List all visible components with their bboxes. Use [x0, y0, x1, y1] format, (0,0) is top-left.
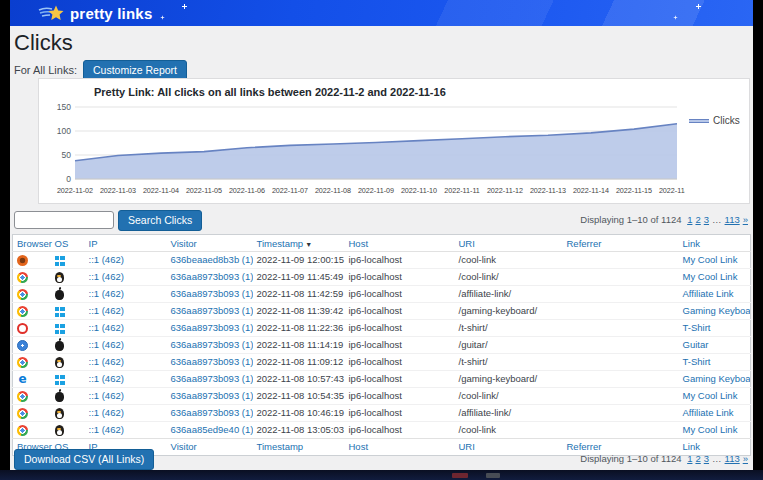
- page-link-1[interactable]: 1: [687, 453, 692, 464]
- page-link-3[interactable]: 3: [704, 214, 709, 225]
- pretty-link[interactable]: T-Shirt: [683, 356, 711, 367]
- ip-link[interactable]: ::1 (462): [89, 305, 124, 316]
- page-link-last[interactable]: 113: [725, 453, 740, 464]
- pretty-link[interactable]: My Cool Link: [683, 424, 738, 435]
- apple-icon: [55, 290, 64, 300]
- visitor-link[interactable]: 636aa85ed9e40 (1): [171, 424, 253, 435]
- column-header-link[interactable]: Link: [679, 235, 751, 252]
- chrome-icon: [17, 306, 28, 317]
- visitor-link[interactable]: 636aa8973b093 (1): [171, 322, 253, 333]
- column-header-timestamp[interactable]: Timestamp: [253, 438, 345, 455]
- table-row: ::1 (462)636aa8973b093 (1)2022-11-08 11:…: [13, 336, 751, 353]
- svg-text:2022-11-02: 2022-11-02: [57, 186, 93, 195]
- link-cell: Affiliate Link: [679, 285, 751, 302]
- linux-icon: [55, 425, 64, 436]
- browser-cell: [13, 404, 51, 421]
- page-link-2[interactable]: 2: [695, 214, 700, 225]
- page-next-link[interactable]: »: [743, 453, 748, 464]
- ip-cell: ::1 (462): [85, 285, 167, 302]
- link-cell: Guitar: [679, 336, 751, 353]
- host-cell: ip6-localhost: [345, 252, 455, 269]
- for-all-links-label: For All Links:: [14, 64, 77, 76]
- windows-icon: [55, 324, 65, 334]
- search-clicks-button[interactable]: Search Clicks: [118, 210, 202, 231]
- page-link-2[interactable]: 2: [695, 453, 700, 464]
- ip-link[interactable]: ::1 (462): [89, 322, 124, 333]
- ip-link[interactable]: ::1 (462): [89, 424, 124, 435]
- os-cell: [51, 353, 85, 370]
- os-cell: [51, 268, 85, 285]
- pretty-link[interactable]: My Cool Link: [683, 390, 738, 401]
- chrome-icon: [17, 289, 28, 300]
- visitor-cell: 636aa8973b093 (1): [167, 302, 253, 319]
- column-header-timestamp[interactable]: Timestamp▼: [253, 235, 345, 252]
- timestamp-cell: 2022-11-09 12:00:15: [253, 252, 345, 269]
- ip-link[interactable]: ::1 (462): [89, 373, 124, 384]
- visitor-link[interactable]: 636aa8973b093 (1): [171, 373, 253, 384]
- pagination-ellipsis: …: [712, 453, 722, 464]
- os-cell: [51, 336, 85, 353]
- page-link-3[interactable]: 3: [704, 453, 709, 464]
- column-header-visitor[interactable]: Visitor: [167, 235, 253, 252]
- ip-link[interactable]: ::1 (462): [89, 288, 124, 299]
- download-csv-button[interactable]: Download CSV (All Links): [14, 449, 154, 470]
- host-cell: ip6-localhost: [345, 285, 455, 302]
- column-header-ip[interactable]: IP: [85, 235, 167, 252]
- pretty-link[interactable]: Affiliate Link: [683, 288, 734, 299]
- visitor-link[interactable]: 636aa8973b093 (1): [171, 390, 253, 401]
- chrome-icon: [17, 357, 28, 368]
- pretty-link[interactable]: Gaming Keyboard: [683, 305, 751, 316]
- pretty-link[interactable]: Gaming Keyboard: [683, 373, 751, 384]
- page-next-link[interactable]: »: [743, 214, 748, 225]
- svg-text:2022-11-13: 2022-11-13: [530, 186, 566, 195]
- pretty-link[interactable]: T-Shirt: [683, 322, 711, 333]
- page-link-1[interactable]: 1: [687, 214, 692, 225]
- os-cell: [51, 387, 85, 404]
- column-header-visitor[interactable]: Visitor: [167, 438, 253, 455]
- page-link-last[interactable]: 113: [725, 214, 740, 225]
- visitor-link[interactable]: 636aa8973b093 (1): [171, 305, 253, 316]
- search-input[interactable]: [14, 211, 114, 229]
- column-header-uri[interactable]: URI: [455, 438, 563, 455]
- timestamp-cell: 2022-11-09 11:45:49: [253, 268, 345, 285]
- svg-text:2022-11-07: 2022-11-07: [272, 186, 308, 195]
- referrer-cell: [563, 353, 679, 370]
- column-header-host[interactable]: Host: [345, 235, 455, 252]
- column-header-referrer[interactable]: Referrer: [563, 235, 679, 252]
- visitor-link[interactable]: 636aa8973b093 (1): [171, 356, 253, 367]
- svg-text:2022-11-11: 2022-11-11: [444, 186, 480, 195]
- uri-cell: /cool-link/: [455, 268, 563, 285]
- table-row: ::1 (462)636aa8973b093 (1)2022-11-08 11:…: [13, 302, 751, 319]
- visitor-cell: 636aa8973b093 (1): [167, 387, 253, 404]
- opera-icon: [17, 323, 28, 334]
- visitor-link[interactable]: 636aa8973b093 (1): [171, 407, 253, 418]
- ip-link[interactable]: ::1 (462): [89, 407, 124, 418]
- ip-link[interactable]: ::1 (462): [89, 356, 124, 367]
- ip-link[interactable]: ::1 (462): [89, 271, 124, 282]
- referrer-cell: [563, 421, 679, 438]
- visitor-link[interactable]: 636aa8973b093 (1): [171, 271, 253, 282]
- ip-link[interactable]: ::1 (462): [89, 254, 124, 265]
- referrer-cell: [563, 285, 679, 302]
- pretty-link[interactable]: Affiliate Link: [683, 407, 734, 418]
- visitor-link[interactable]: 636aa8973b093 (1): [171, 288, 253, 299]
- pretty-link[interactable]: Guitar: [683, 339, 709, 350]
- visitor-link[interactable]: 636beaaed8b3b (1): [171, 254, 253, 265]
- ip-link[interactable]: ::1 (462): [89, 339, 124, 350]
- visitor-link[interactable]: 636aa8973b093 (1): [171, 339, 253, 350]
- svg-text:2022-11-10: 2022-11-10: [401, 186, 437, 195]
- ip-cell: ::1 (462): [85, 370, 167, 387]
- column-header-browser[interactable]: Browser: [13, 235, 51, 252]
- windows-icon: [55, 256, 65, 266]
- column-header-uri[interactable]: URI: [455, 235, 563, 252]
- referrer-cell: [563, 252, 679, 269]
- column-header-os[interactable]: OS: [51, 235, 85, 252]
- host-cell: ip6-localhost: [345, 353, 455, 370]
- ip-link[interactable]: ::1 (462): [89, 390, 124, 401]
- chrome-icon: [17, 408, 28, 419]
- host-cell: ip6-localhost: [345, 302, 455, 319]
- svg-text:2022-11-06: 2022-11-06: [229, 186, 265, 195]
- pretty-link[interactable]: My Cool Link: [683, 254, 738, 265]
- pretty-link[interactable]: My Cool Link: [683, 271, 738, 282]
- column-header-host[interactable]: Host: [345, 438, 455, 455]
